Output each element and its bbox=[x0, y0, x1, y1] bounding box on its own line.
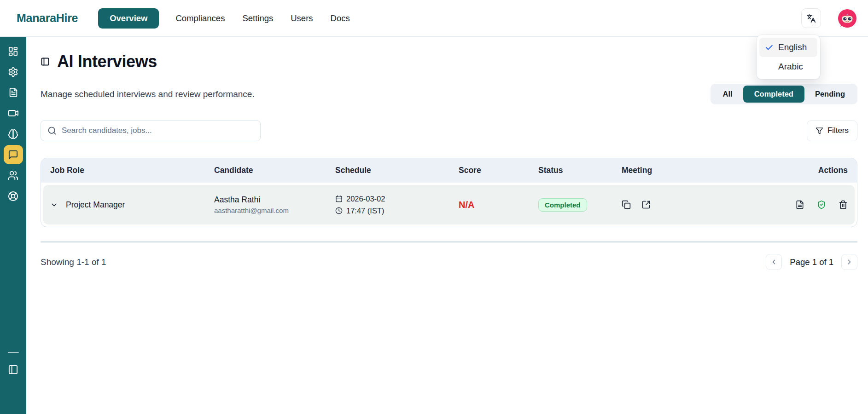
main-nav: Overview Compliances Settings Users Docs bbox=[98, 8, 351, 29]
sidebar-collapse-toggle[interactable] bbox=[4, 360, 23, 379]
check-slot-empty bbox=[765, 63, 774, 71]
filter-segment-all[interactable]: All bbox=[712, 86, 743, 102]
prev-page-button[interactable] bbox=[766, 254, 782, 270]
dashboard-icon bbox=[8, 46, 18, 57]
cell-schedule: 2026-03-02 17:47 (IST) bbox=[335, 195, 459, 215]
col-header-score: Score bbox=[459, 166, 538, 175]
cell-status: Completed bbox=[538, 198, 622, 212]
table-footer: Showing 1-1 of 1 Page 1 of 1 bbox=[41, 254, 857, 270]
status-filter-group: All Completed Pending bbox=[711, 84, 857, 104]
delete-button[interactable] bbox=[839, 200, 848, 209]
col-header-actions: Actions bbox=[818, 166, 848, 175]
schedule-date: 2026-03-02 bbox=[346, 195, 385, 203]
language-button[interactable] bbox=[801, 8, 821, 28]
sidebar-item-interviews[interactable] bbox=[4, 145, 23, 164]
page-title: AI Interviews bbox=[57, 52, 157, 71]
user-avatar[interactable] bbox=[838, 9, 857, 28]
cell-actions bbox=[795, 200, 848, 209]
page-subtitle: Manage scheduled interviews and review p… bbox=[41, 89, 255, 99]
interviews-table: Job Role Candidate Schedule Score Status… bbox=[41, 158, 857, 227]
sidebar-item-dashboard[interactable] bbox=[4, 41, 23, 61]
table-header: Job Role Candidate Schedule Score Status… bbox=[41, 158, 857, 183]
nav-item-settings[interactable]: Settings bbox=[241, 9, 274, 28]
schedule-date-line: 2026-03-02 bbox=[335, 195, 459, 203]
calendar-icon bbox=[335, 195, 343, 202]
table-body: Project Manager Aastha Rathi aastharatth… bbox=[41, 183, 857, 227]
open-meeting-button[interactable] bbox=[641, 200, 651, 209]
video-icon bbox=[8, 108, 19, 119]
chevron-right-icon bbox=[845, 258, 853, 266]
chevron-down-icon[interactable] bbox=[50, 201, 58, 209]
footer-divider bbox=[41, 242, 857, 242]
languages-icon bbox=[806, 13, 816, 23]
status-badge: Completed bbox=[538, 198, 587, 212]
gear-icon bbox=[8, 67, 18, 77]
brand-logo[interactable]: ManaraHire bbox=[17, 12, 78, 25]
subtitle-row: Manage scheduled interviews and review p… bbox=[41, 84, 857, 104]
filter-segment-pending[interactable]: Pending bbox=[804, 86, 856, 102]
job-role-text: Project Manager bbox=[66, 200, 125, 210]
lifebuoy-icon bbox=[8, 191, 18, 201]
language-dropdown: English Arabic bbox=[757, 35, 820, 79]
sidebar-item-documents[interactable] bbox=[4, 83, 23, 102]
nav-item-compliances[interactable]: Compliances bbox=[175, 9, 226, 28]
candidate-name: Aastha Rathi bbox=[214, 195, 335, 205]
cell-meeting bbox=[622, 200, 795, 209]
report-icon bbox=[795, 200, 804, 209]
cell-candidate: Aastha Rathi aastharatthi@gmail.com bbox=[214, 195, 335, 214]
col-header-candidate: Candidate bbox=[214, 166, 335, 175]
search-icon bbox=[47, 126, 57, 135]
cell-job-role: Project Manager bbox=[50, 200, 214, 210]
next-page-button[interactable] bbox=[841, 254, 857, 270]
verify-button[interactable] bbox=[817, 200, 826, 209]
col-header-status: Status bbox=[538, 166, 622, 175]
panel-left-icon[interactable] bbox=[41, 57, 50, 66]
filter-segment-completed[interactable]: Completed bbox=[743, 86, 804, 103]
copy-meeting-link-button[interactable] bbox=[622, 200, 631, 209]
file-text-icon bbox=[8, 87, 18, 98]
copy-icon bbox=[622, 200, 631, 209]
trash-icon bbox=[839, 200, 848, 209]
table-row[interactable]: Project Manager Aastha Rathi aastharatth… bbox=[43, 185, 855, 224]
language-option-label: Arabic bbox=[778, 62, 803, 72]
nav-item-docs[interactable]: Docs bbox=[330, 9, 351, 28]
nav-item-overview[interactable]: Overview bbox=[98, 8, 159, 29]
external-link-icon bbox=[641, 200, 651, 209]
sidebar-item-candidates[interactable] bbox=[4, 166, 23, 185]
brain-icon bbox=[8, 129, 18, 139]
page-header: AI Interviews bbox=[41, 52, 857, 71]
candidate-email: aastharatthi@gmail.com bbox=[214, 207, 335, 214]
sidebar-item-settings[interactable] bbox=[4, 62, 23, 81]
schedule-time: 17:47 (IST) bbox=[346, 207, 384, 215]
chevron-left-icon bbox=[770, 258, 778, 266]
panel-left-icon bbox=[8, 364, 18, 375]
sidebar-item-support[interactable] bbox=[4, 186, 23, 206]
col-header-meeting: Meeting bbox=[622, 166, 818, 175]
cell-score: N/A bbox=[459, 200, 538, 210]
showing-count: Showing 1-1 of 1 bbox=[41, 257, 106, 267]
search-input[interactable] bbox=[62, 126, 254, 135]
page-info: Page 1 of 1 bbox=[790, 257, 833, 267]
left-sidebar bbox=[0, 37, 26, 414]
sidebar-item-video[interactable] bbox=[4, 104, 23, 123]
col-header-job-role: Job Role bbox=[50, 166, 214, 175]
nav-item-users[interactable]: Users bbox=[290, 9, 314, 28]
shield-check-icon bbox=[817, 200, 826, 209]
filters-button-label: Filters bbox=[827, 126, 849, 135]
top-navbar: ManaraHire Overview Compliances Settings… bbox=[0, 0, 868, 37]
filters-button[interactable]: Filters bbox=[807, 121, 857, 141]
language-option-english[interactable]: English bbox=[759, 38, 817, 57]
check-icon bbox=[765, 43, 774, 52]
pagination: Page 1 of 1 bbox=[766, 254, 857, 270]
col-header-schedule: Schedule bbox=[335, 166, 459, 175]
clock-icon bbox=[335, 207, 343, 214]
language-option-label: English bbox=[778, 42, 807, 52]
chat-icon bbox=[8, 150, 18, 160]
topbar-right bbox=[801, 8, 857, 28]
search-box bbox=[41, 120, 261, 141]
sidebar-item-ai[interactable] bbox=[4, 124, 23, 144]
funnel-icon bbox=[816, 127, 823, 135]
view-report-button[interactable] bbox=[795, 200, 804, 209]
schedule-time-line: 17:47 (IST) bbox=[335, 207, 459, 215]
language-option-arabic[interactable]: Arabic bbox=[759, 57, 817, 76]
